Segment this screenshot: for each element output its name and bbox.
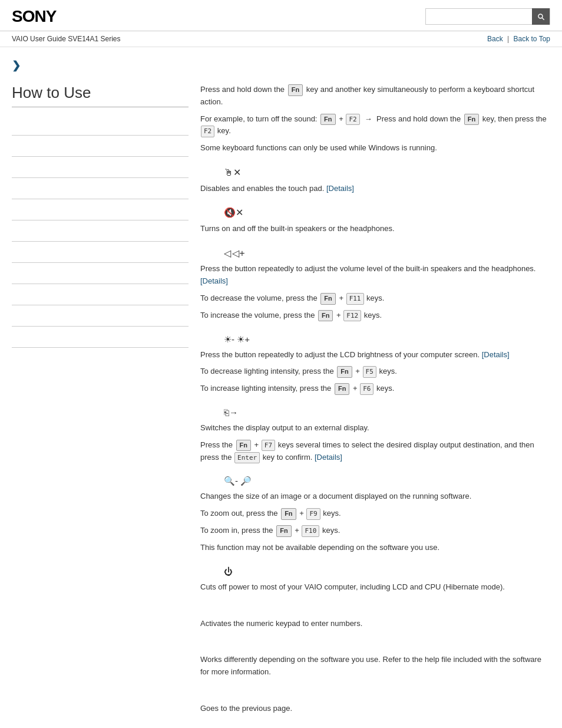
guide-title: VAIO User Guide SVE14A1 Series — [12, 35, 121, 43]
windows-note: Some keyboard functions can only be used… — [200, 142, 550, 154]
nav-links: Back | Back to Top — [487, 35, 550, 43]
hibernate-icon: ⏻ — [224, 565, 550, 579]
display-desc: Switches the display output to an extern… — [200, 422, 550, 434]
display-details-link[interactable]: [Details] — [315, 453, 342, 462]
fn-key-bri-inc: Fn — [335, 383, 349, 395]
f10-key: F10 — [302, 525, 319, 537]
sidebar-item-3[interactable] — [12, 157, 189, 178]
numlock-desc: Activates the numeric keypad to enter nu… — [200, 618, 550, 630]
fn-key-intro: Fn — [288, 84, 303, 96]
prevpage-desc: Goes to the previous page. — [200, 703, 550, 715]
sidebar-item-8[interactable] — [12, 263, 189, 284]
brightness-icon: ☀︎‑ ☀︎+ — [224, 332, 550, 347]
sidebar-item-6[interactable] — [12, 220, 189, 242]
software-desc: Works differently depending on the softw… — [200, 654, 550, 678]
numlock-section: Activates the numeric keypad to enter nu… — [200, 604, 550, 630]
speaker-icon: 🔇✕ — [224, 205, 550, 220]
brightness-increase: To increase lighting intensity, press th… — [200, 383, 550, 395]
sidebar-item-1[interactable] — [12, 114, 189, 136]
search-input[interactable] — [426, 10, 532, 24]
brightness-decrease: To decrease lighting intensity, press th… — [200, 365, 550, 378]
touchpad-icon: 🖱✕ — [224, 165, 550, 180]
sidebar-item-2[interactable] — [12, 136, 189, 157]
f6-key: F6 — [360, 383, 373, 395]
zoom-icon: 🔍‑ 🔎 — [224, 474, 550, 488]
sidebar-item-11[interactable] — [12, 327, 189, 348]
page-header: SONY — [0, 0, 562, 31]
display-icon: ⎗→ — [224, 406, 550, 420]
search-icon — [537, 12, 545, 21]
touchpad-desc: Disables and enables the touch pad. [Det… — [200, 183, 550, 195]
fn-key-disp: Fn — [236, 440, 251, 452]
prevpage-section: Goes to the previous page. — [200, 689, 550, 715]
zoom-out: To zoom out, press the Fn + F9 keys. — [200, 508, 550, 520]
hibernate-section: ⏻ Cuts off power to most of your VAIO co… — [200, 565, 550, 594]
volume-increase: To increase the volume, press the Fn + F… — [200, 309, 550, 322]
enter-key-disp: Enter — [234, 452, 260, 464]
intro-section: Press and hold down the Fn key and anoth… — [200, 84, 550, 154]
f2-key-ex: F2 — [346, 114, 359, 126]
brightness-section: ☀︎‑ ☀︎+ Press the button repeatedly to a… — [200, 332, 550, 395]
fn-key-ex2: Fn — [464, 114, 479, 126]
content-area: Press and hold down the Fn key and anoth… — [200, 84, 550, 728]
numlock-icon — [224, 604, 550, 615]
sidebar: How to Use — [12, 84, 189, 728]
display-keys: Press the Fn + F7 keys several times to … — [200, 439, 550, 464]
hibernate-desc: Cuts off power to most of your VAIO comp… — [200, 581, 550, 594]
f7-key: F7 — [262, 440, 275, 452]
zoom-section: 🔍‑ 🔎 Changes the size of an image or a d… — [200, 474, 550, 554]
zoom-note: This function may not be available depen… — [200, 542, 550, 554]
nav-separator: | — [507, 35, 511, 43]
fn-key-zoom-out: Fn — [281, 508, 296, 520]
fn-key-zoom-in: Fn — [276, 525, 291, 537]
intro-para-2: For example, to turn off the sound: Fn +… — [200, 113, 550, 138]
f11-key: F11 — [346, 293, 364, 305]
main-content: How to Use Press and hold down the Fn ke… — [0, 72, 562, 728]
brightness-details-link[interactable]: [Details] — [482, 350, 510, 359]
sidebar-item-4[interactable] — [12, 178, 189, 199]
zoom-in: To zoom in, press the Fn + F10 keys. — [200, 525, 550, 537]
sidebar-item-5[interactable] — [12, 199, 189, 220]
volume-desc: Press the button repeatedly to adjust th… — [200, 263, 550, 288]
nav-bar: VAIO User Guide SVE14A1 Series Back | Ba… — [0, 31, 562, 47]
sony-logo: SONY — [12, 7, 56, 26]
software-section: Works differently depending on the softw… — [200, 640, 550, 678]
f12-key: F12 — [343, 310, 361, 322]
back-to-top-link[interactable]: Back to Top — [514, 35, 550, 43]
zoom-desc: Changes the size of an image or a docume… — [200, 490, 550, 503]
back-link[interactable]: Back — [487, 35, 503, 43]
f2-key-ex2: F2 — [201, 126, 214, 137]
volume-section: ◁︎ ◁+ Press the button repeatedly to adj… — [200, 246, 550, 322]
sidebar-item-7[interactable] — [12, 242, 189, 263]
touchpad-details-link[interactable]: [Details] — [326, 184, 354, 193]
prevpage-icon — [224, 689, 550, 700]
touchpad-section: 🖱✕ Disables and enables the touch pad. [… — [200, 165, 550, 195]
fn-key-ex: Fn — [320, 114, 335, 126]
search-bar — [425, 8, 550, 25]
fn-key-vol-inc: Fn — [318, 310, 333, 322]
intro-para-1: Press and hold down the Fn key and anoth… — [200, 84, 550, 108]
software-icon — [224, 640, 550, 651]
display-section: ⎗→ Switches the display output to an ext… — [200, 406, 550, 463]
sidebar-item-10[interactable] — [12, 305, 189, 327]
f5-key: F5 — [363, 366, 376, 378]
speaker-desc: Turns on and off the built-in speakers o… — [200, 223, 550, 235]
sidebar-item-9[interactable] — [12, 284, 189, 305]
breadcrumb-arrow: ❯ — [0, 47, 562, 72]
sidebar-title: How to Use — [12, 84, 189, 107]
f9-key: F9 — [306, 508, 320, 520]
fn-key-vol-dec: Fn — [320, 293, 335, 305]
volume-decrease: To decrease the volume, press the Fn + F… — [200, 292, 550, 305]
volume-icon: ◁︎ ◁+ — [224, 246, 550, 261]
brightness-desc: Press the button repeatedly to adjust th… — [200, 349, 550, 361]
speaker-section: 🔇✕ Turns on and off the built-in speaker… — [200, 205, 550, 235]
search-button[interactable] — [532, 8, 550, 25]
fn-key-bri-dec: Fn — [337, 366, 352, 378]
volume-details-link[interactable]: [Details] — [200, 276, 228, 285]
